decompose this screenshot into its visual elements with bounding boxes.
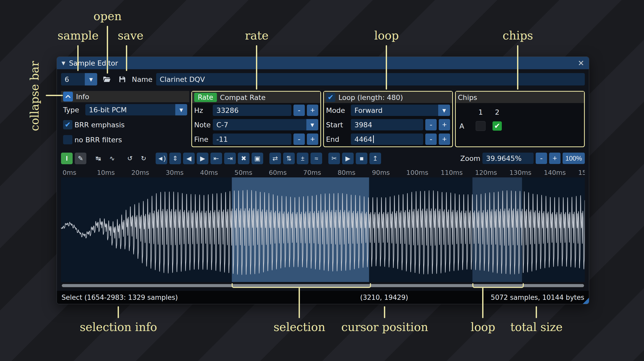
zoom-input[interactable]: 39.9645% [482, 153, 534, 164]
save-button[interactable] [116, 73, 128, 85]
loop-header-label: Loop (length: 480) [338, 93, 403, 101]
zoom-out-button[interactable]: - [536, 153, 547, 164]
fade-out-button[interactable]: ▶ [197, 153, 208, 164]
fade-out-icon: ▶ [200, 155, 205, 162]
annotation-line [536, 306, 537, 318]
sign-button[interactable]: ± [297, 153, 308, 164]
type-row: Type 16-bit PCM ▼ [61, 102, 189, 117]
check-icon: ✔ [328, 94, 334, 101]
sample-type-select[interactable]: 16-bit PCM ▼ [85, 104, 187, 115]
fine-input[interactable]: -11 [213, 134, 291, 145]
hz-input[interactable]: 33286 [213, 105, 291, 116]
collapse-info-button[interactable] [63, 92, 73, 101]
loop-end-row: End 4464 - + [324, 132, 452, 146]
zoom-reset-button[interactable]: 100% [563, 153, 585, 164]
annotation-line [386, 45, 387, 90]
annotation-line [118, 306, 119, 318]
chevron-down-icon[interactable]: ▼ [85, 73, 97, 85]
hz-increase-button[interactable]: + [307, 105, 318, 116]
delete-button[interactable]: ✖ [238, 153, 249, 164]
upload-icon: ↥ [373, 155, 378, 162]
loop-end-input[interactable]: 4464 [351, 134, 423, 145]
annotation-loop-top: loop [374, 29, 399, 42]
annotation-line [46, 95, 63, 96]
fine-decrease-button[interactable]: - [293, 134, 305, 145]
insert-silence-icon: ⇤ [214, 155, 219, 162]
redo-button[interactable]: ↻ [138, 153, 149, 164]
play-icon: ▶ [345, 155, 350, 162]
annotation-line [77, 45, 79, 71]
close-button[interactable]: ✕ [578, 59, 584, 68]
trim-button[interactable]: ▣ [252, 153, 263, 164]
reverse-icon: ⇄ [272, 155, 278, 162]
loop-start-decrease-button[interactable]: - [425, 119, 437, 130]
preview-play-button[interactable]: ▶ [342, 153, 354, 164]
fine-increase-button[interactable]: + [307, 134, 318, 145]
insert-silence-button[interactable]: ⇤ [210, 153, 222, 164]
chevron-down-icon[interactable]: ▼ [438, 105, 450, 116]
desktop-background: ▼ Sample Editor ✕ 6 ▼ [0, 0, 644, 361]
waveform-canvas[interactable] [61, 177, 585, 282]
hz-label: Hz [194, 106, 211, 114]
window-body: 6 ▼ Name [57, 69, 589, 288]
chip-2-checkbox[interactable]: ✔ [493, 121, 502, 131]
info-header-label: Info [76, 93, 89, 101]
loop-enable-checkbox[interactable]: ✔ [326, 93, 335, 102]
chip-1-checkbox[interactable] [476, 121, 486, 131]
reverse-button[interactable]: ⇄ [269, 153, 281, 164]
filter-button[interactable]: ≈ [310, 153, 322, 164]
amplify-button[interactable]: ◄) [156, 153, 167, 164]
note-select[interactable]: C-7 ▼ [213, 119, 318, 130]
titlebar[interactable]: ▼ Sample Editor ✕ [57, 57, 589, 69]
property-panels: Info Type 16-bit PCM ▼ ✔ BRR emphasis [61, 91, 585, 147]
note-value: C-7 [213, 119, 306, 130]
loop-mode-select[interactable]: Forward ▼ [351, 105, 450, 116]
loop-end-increase-button[interactable]: + [439, 134, 450, 145]
zoom-label: Zoom [460, 154, 480, 162]
annotation-save: save [118, 29, 143, 42]
crossfade-button[interactable]: ✂ [328, 153, 340, 164]
resize-button[interactable]: ↹ [93, 153, 104, 164]
create-wavetable-button[interactable]: ↥ [369, 153, 381, 164]
window-collapse-icon[interactable]: ▼ [62, 60, 65, 66]
loop-start-input[interactable]: 3984 [351, 119, 423, 130]
annotation-line [256, 45, 257, 90]
hz-decrease-button[interactable]: - [293, 105, 305, 116]
speaker-icon: ◄) [157, 155, 166, 162]
brr-emphasis-checkbox[interactable]: ✔ [63, 120, 72, 129]
ruler-label: 110ms [441, 169, 463, 176]
no-brr-filters-checkbox[interactable] [63, 135, 72, 144]
normalize-button[interactable]: ⇕ [169, 153, 181, 164]
edit-select-button[interactable]: I [61, 153, 73, 164]
chevron-down-icon[interactable]: ▼ [175, 104, 187, 115]
waveform-display[interactable] [61, 177, 585, 282]
loop-end-decrease-button[interactable]: - [425, 134, 437, 145]
loop-start-increase-button[interactable]: + [439, 119, 450, 130]
undo-button[interactable]: ↺ [124, 153, 136, 164]
ibeam-cursor-icon: I [66, 155, 68, 162]
zoom-in-button[interactable]: + [549, 153, 560, 164]
silence-button[interactable]: ⇥ [224, 153, 236, 164]
chevron-down-icon[interactable]: ▼ [306, 119, 318, 130]
resize-grip[interactable] [583, 298, 589, 304]
draw-button[interactable]: ✎ [75, 153, 86, 164]
undo-icon: ↺ [127, 155, 133, 162]
chip-column-header-2: 2 [495, 108, 499, 116]
preview-stop-button[interactable]: ■ [356, 153, 367, 164]
resample-button[interactable]: ∿ [106, 153, 118, 164]
annotation-loop-bottom: loop [471, 320, 495, 334]
fade-in-button[interactable]: ◀ [183, 153, 195, 164]
ruler-label: 30ms [166, 169, 184, 176]
no-brr-filters-label: no BRR filters [74, 136, 122, 144]
normalize-icon: ⇕ [172, 155, 178, 162]
compat-rate-label[interactable]: Compat Rate [220, 93, 266, 101]
invert-button[interactable]: ⇅ [283, 153, 295, 164]
info-panel: Info Type 16-bit PCM ▼ ✔ BRR emphasis [61, 91, 189, 147]
rate-toggle-button[interactable]: Rate [194, 93, 217, 102]
annotation-selection-info: selection info [80, 320, 157, 334]
toolbar: I✎↹∿↺↻◄)⇕◀▶⇤⇥✖▣⇄⇅±≈✂▶■↥ Zoom 39.9645% - … [61, 152, 585, 165]
open-button[interactable] [101, 73, 113, 85]
brr-emphasis-row: ✔ BRR emphasis [61, 117, 189, 132]
sample-selector[interactable]: 6 ▼ [61, 73, 97, 85]
name-input[interactable]: Clarinet DQV [156, 73, 585, 85]
